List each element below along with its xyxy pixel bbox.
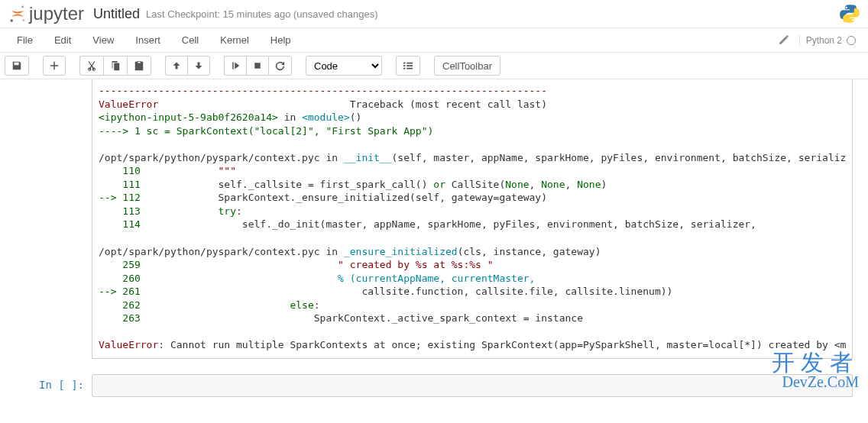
- svg-point-2: [23, 19, 24, 21]
- input-cell[interactable]: In [ ]:: [0, 374, 868, 397]
- menu-help[interactable]: Help: [260, 28, 302, 52]
- menu-kernel[interactable]: Kernel: [209, 28, 260, 52]
- menu-view[interactable]: View: [82, 28, 125, 52]
- svg-point-0: [21, 5, 24, 8]
- svg-point-4: [852, 19, 853, 21]
- header: jupyter Untitled Last Checkpoint: 15 min…: [0, 0, 868, 28]
- kernel-indicator: Python 2: [799, 35, 862, 46]
- celltoolbar-button[interactable]: CellToolbar: [434, 56, 500, 76]
- svg-rect-5: [254, 63, 261, 69]
- save-button[interactable]: [5, 56, 29, 76]
- svg-point-3: [846, 7, 847, 8]
- checkpoint-status: Last Checkpoint: 15 minutes ago (unsaved…: [146, 8, 378, 20]
- notebook-area: ----------------------------------------…: [0, 79, 868, 412]
- jupyter-icon: [8, 4, 28, 24]
- kernel-idle-icon: [847, 36, 856, 45]
- input-prompt: In [ ]:: [0, 374, 92, 397]
- toolbar: Code CellToolbar: [0, 53, 868, 79]
- output-cell: ----------------------------------------…: [92, 79, 853, 359]
- code-input[interactable]: [92, 374, 853, 397]
- celltype-select[interactable]: Code: [306, 56, 382, 76]
- cut-button[interactable]: [79, 56, 103, 76]
- notebook-title[interactable]: Untitled: [93, 6, 140, 22]
- run-button[interactable]: [224, 56, 246, 76]
- command-palette-button[interactable]: [396, 56, 420, 76]
- menu-edit[interactable]: Edit: [44, 28, 82, 52]
- svg-point-1: [10, 19, 13, 22]
- menu-cell[interactable]: Cell: [171, 28, 209, 52]
- kernel-name: Python 2: [806, 35, 842, 46]
- menu-insert[interactable]: Insert: [125, 28, 171, 52]
- traceback-output: ----------------------------------------…: [99, 84, 846, 352]
- watermark: 开发者 DevZe.CoM: [772, 351, 859, 389]
- paste-button[interactable]: [127, 56, 151, 76]
- menu-file[interactable]: File: [6, 28, 44, 52]
- menubar: File Edit View Insert Cell Kernel Help P…: [0, 28, 868, 53]
- jupyter-logo[interactable]: jupyter: [8, 3, 84, 24]
- restart-button[interactable]: [268, 56, 292, 76]
- logo-text: jupyter: [29, 3, 84, 24]
- add-cell-button[interactable]: [43, 56, 66, 76]
- copy-button[interactable]: [103, 56, 127, 76]
- pencil-icon[interactable]: [772, 35, 795, 46]
- python-icon: [839, 3, 860, 24]
- move-up-button[interactable]: [165, 56, 187, 76]
- move-down-button[interactable]: [187, 56, 210, 76]
- interrupt-button[interactable]: [246, 56, 268, 76]
